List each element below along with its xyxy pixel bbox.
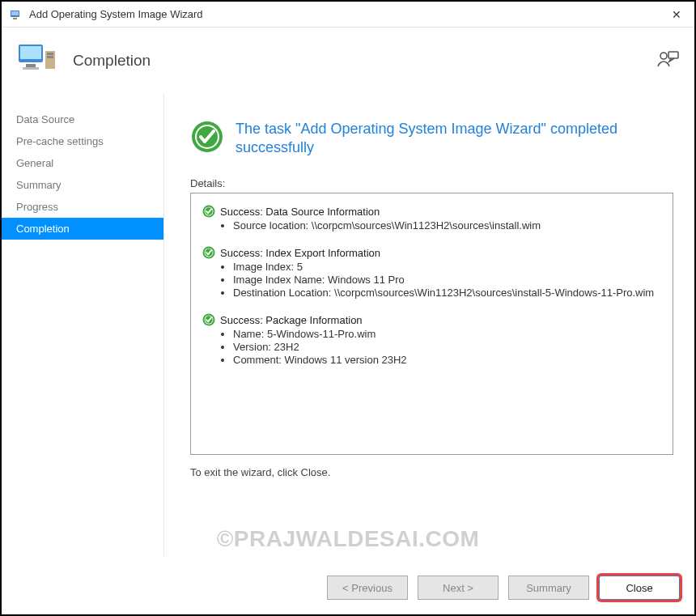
svg-rect-4 — [20, 46, 41, 59]
detail-group-header: Success: Data Source Information — [202, 205, 661, 218]
detail-group: Success: Package InformationName: 5-Wind… — [202, 313, 661, 366]
wizard-body: Data SourcePre-cache settingsGeneralSumm… — [2, 94, 694, 556]
detail-list-item: Comment: Windows 11 version 23H2 — [233, 354, 661, 366]
svg-point-10 — [660, 53, 667, 59]
details-label: Details: — [190, 177, 673, 189]
status-message: The task "Add Operating System Image Wiz… — [236, 120, 656, 156]
detail-group: Success: Data Source InformationSource l… — [202, 205, 661, 232]
close-button[interactable]: Close — [599, 576, 680, 600]
svg-rect-8 — [47, 53, 53, 55]
success-check-icon — [202, 246, 215, 259]
detail-list-item: Version: 23H2 — [233, 341, 661, 353]
previous-button: < Previous — [327, 576, 408, 600]
detail-group-title: Success: Index Export Information — [220, 247, 380, 259]
detail-group-title: Success: Data Source Information — [220, 206, 380, 218]
detail-list: Name: 5-Windows-11-Pro.wimVersion: 23H2C… — [202, 328, 661, 366]
status-row: The task "Add Operating System Image Wiz… — [190, 120, 673, 156]
feedback-icon[interactable] — [656, 49, 680, 73]
sidebar-item-data-source[interactable]: Data Source — [2, 108, 163, 130]
svg-rect-5 — [26, 64, 36, 67]
detail-list: Image Index: 5Image Index Name: Windows … — [202, 261, 661, 299]
success-check-icon — [202, 205, 215, 218]
window-title: Add Operating System Image Wizard — [29, 8, 667, 20]
detail-list: Source location: \\corpcm\sources\Win112… — [202, 219, 661, 232]
computer-icon — [16, 40, 58, 82]
window-titlebar: Add Operating System Image Wizard ✕ — [2, 2, 694, 28]
success-check-icon — [202, 313, 215, 326]
detail-list-item: Name: 5-Windows-11-Pro.wim — [233, 328, 661, 340]
svg-rect-1 — [11, 11, 19, 15]
summary-button: Summary — [508, 576, 589, 600]
detail-group: Success: Index Export InformationImage I… — [202, 246, 661, 299]
detail-group-title: Success: Package Information — [220, 314, 363, 326]
next-button: Next > — [418, 576, 499, 600]
svg-rect-9 — [47, 56, 53, 58]
success-check-icon — [190, 120, 224, 154]
svg-rect-6 — [23, 67, 39, 70]
detail-list-item: Image Index Name: Windows 11 Pro — [233, 274, 661, 286]
wizard-header: Completion — [2, 28, 694, 94]
sidebar-item-general[interactable]: General — [2, 152, 163, 174]
wizard-button-row: < Previous Next > Summary Close — [327, 576, 680, 600]
detail-list-item: Source location: \\corpcm\sources\Win112… — [233, 219, 661, 232]
detail-group-header: Success: Index Export Information — [202, 246, 661, 259]
sidebar-item-completion[interactable]: Completion — [2, 218, 163, 240]
app-icon — [10, 8, 23, 21]
window-close-button[interactable]: ✕ — [667, 8, 686, 21]
detail-group-header: Success: Package Information — [202, 313, 661, 326]
details-box: Success: Data Source InformationSource l… — [190, 193, 673, 455]
exit-note: To exit the wizard, click Close. — [190, 466, 673, 478]
sidebar-item-summary[interactable]: Summary — [2, 174, 163, 196]
sidebar-item-pre-cache-settings[interactable]: Pre-cache settings — [2, 130, 163, 152]
detail-list-item: Image Index: 5 — [233, 261, 661, 273]
svg-rect-11 — [668, 52, 678, 58]
page-title: Completion — [73, 52, 151, 70]
svg-rect-2 — [13, 18, 17, 19]
detail-list-item: Destination Location: \\corpcm\sources\W… — [233, 287, 661, 299]
wizard-main-panel: The task "Add Operating System Image Wiz… — [163, 94, 694, 556]
sidebar-item-progress[interactable]: Progress — [2, 196, 163, 218]
wizard-sidebar: Data SourcePre-cache settingsGeneralSumm… — [2, 94, 163, 556]
